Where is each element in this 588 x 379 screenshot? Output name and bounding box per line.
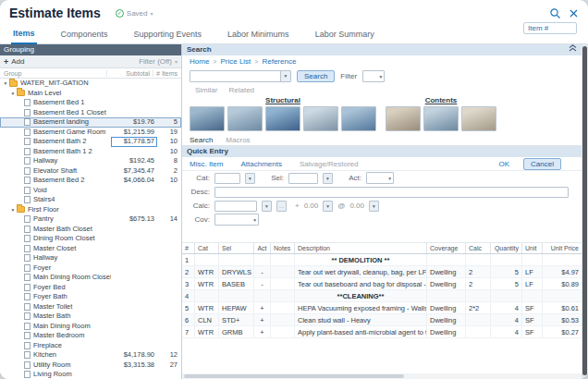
related-link[interactable]: Related	[228, 86, 254, 94]
tree-row[interactable]: Basement Bed 2$4,066.0410	[0, 176, 181, 186]
column-header-cat[interactable]: Cat	[195, 243, 219, 253]
room-photo-thumbnail[interactable]	[386, 106, 421, 131]
vertical-scrollbar[interactable]	[582, 44, 588, 379]
tree-row[interactable]: Foyer	[0, 263, 181, 274]
quantity-2-stepper[interactable]: ▾	[369, 201, 379, 212]
coverage-dropdown[interactable]: ▾	[214, 214, 259, 226]
cat-input[interactable]	[214, 173, 240, 184]
ok-button[interactable]: OK	[499, 160, 510, 168]
tree-row[interactable]: Kitchen$4,178.9012	[0, 350, 181, 361]
room-photo-thumbnail[interactable]	[461, 106, 496, 131]
tree-row[interactable]: Master Bath	[0, 312, 181, 322]
expand-arrow-icon[interactable]: ▾	[9, 89, 17, 99]
search-icon[interactable]	[549, 7, 561, 19]
add-group-button[interactable]: Add	[11, 57, 24, 66]
column-header-unit-price[interactable]: Unit Price	[543, 243, 582, 253]
tree-row[interactable]: Foyer Bath	[0, 292, 181, 302]
chevron-down-icon[interactable]: ▾	[280, 71, 290, 81]
misc-item-link[interactable]: Misc. Item	[190, 160, 223, 168]
table-row[interactable]: 7WTRGRMB+Apply plant-based anti-microbia…	[182, 326, 582, 338]
table-row[interactable]: 2WTRDRYWLS-Tear out wet drywall, cleanup…	[182, 266, 582, 278]
category-label[interactable]: Structural	[190, 95, 376, 106]
similar-link[interactable]: Similar	[195, 86, 217, 94]
column-header-items[interactable]: # Items	[153, 70, 181, 77]
tree-row[interactable]: Basement Game Room$1,215.9919	[0, 128, 181, 138]
tree-row[interactable]: Basement Bath 1 210	[0, 147, 181, 157]
column-header-sel[interactable]: Sel	[219, 243, 254, 253]
search-combobox[interactable]: ▾	[190, 70, 291, 82]
room-photo-thumbnail[interactable]	[341, 106, 376, 131]
sel-dropdown-icon[interactable]: ▾	[323, 173, 333, 184]
table-row[interactable]: 5WTRHEPAW+HEPA Vacuuming exposed framing…	[182, 302, 582, 314]
category-label[interactable]: Contents	[386, 95, 496, 106]
tree-row[interactable]: Utility Room$3,315.3827	[0, 361, 181, 371]
tree-row[interactable]: Stairs4	[0, 195, 181, 205]
column-header-group[interactable]: Group	[0, 70, 107, 77]
tree-row[interactable]: Master Bedroom	[0, 331, 181, 341]
tree-row[interactable]: Living Room	[0, 370, 181, 379]
column-header-unit[interactable]: Unit	[522, 243, 543, 253]
tree-row[interactable]: ▾Main Level	[0, 89, 181, 99]
cat-dropdown-icon[interactable]: ▾	[245, 173, 255, 184]
search-input[interactable]	[190, 71, 280, 81]
item-number-input[interactable]	[523, 22, 577, 34]
filter-toggle[interactable]: Filter (Off) ▾	[139, 57, 178, 66]
table-row[interactable]: 1** DEMOLITION **	[182, 254, 582, 266]
column-header-coverage[interactable]: Coverage	[427, 243, 466, 253]
column-header-description[interactable]: Description	[295, 243, 427, 253]
column-header-subtotal[interactable]: Subtotal	[107, 70, 153, 77]
tab-labor-minimums[interactable]: Labor Minimums	[226, 30, 291, 43]
subtab-search[interactable]: Search	[190, 136, 213, 144]
tree-row[interactable]: Elevator Shaft$7,345.472	[0, 166, 181, 177]
expand-arrow-icon[interactable]: ▾	[9, 205, 17, 215]
column-header-quantity[interactable]: Quantity	[491, 243, 522, 253]
expand-arrow-icon[interactable]: ▾	[2, 79, 9, 89]
room-photo-thumbnail[interactable]	[227, 106, 263, 131]
breadcrumb-home[interactable]: Home	[190, 57, 209, 66]
tree-row[interactable]: Hallway	[0, 253, 181, 263]
filter-dropdown[interactable]: ▾	[362, 70, 385, 82]
room-photo-thumbnail[interactable]	[265, 106, 300, 131]
desc-input[interactable]	[214, 187, 569, 198]
column-header--[interactable]: #	[182, 243, 195, 253]
column-header-act[interactable]: Act	[254, 243, 271, 253]
tree-row[interactable]: ▾WATER_MIT-GATION	[0, 79, 181, 89]
tree-row[interactable]: Basement landing$19.765	[0, 117, 181, 128]
search-button[interactable]: Search	[297, 70, 335, 82]
tree-row[interactable]: Hallway$192.458	[0, 156, 181, 166]
quantity-2-value[interactable]: 0.00	[349, 202, 364, 210]
tree-row[interactable]: Dining Room Closet	[0, 234, 181, 244]
horizontal-scrollbar-thumb[interactable]	[184, 374, 404, 378]
act-dropdown[interactable]: ▾	[366, 172, 394, 184]
calc-input[interactable]	[214, 201, 257, 212]
column-header-calc[interactable]: Calc	[466, 243, 491, 253]
attachments-link[interactable]: Attachments	[240, 160, 281, 168]
tab-components[interactable]: Components	[59, 30, 110, 43]
table-row[interactable]: 3WTRBASEB-Tear out baseboard and bag for…	[182, 278, 582, 290]
tree-row[interactable]: Void	[0, 186, 181, 196]
calc-dropdown-icon[interactable]: ▾	[262, 201, 272, 212]
cancel-button[interactable]: Cancel	[523, 158, 561, 170]
salvage-restored-link[interactable]: Salvage/Restored	[300, 160, 359, 168]
sel-input[interactable]	[288, 173, 318, 184]
tree-row[interactable]: Master Closet	[0, 244, 181, 254]
quantity-1-value[interactable]: 0.00	[304, 202, 319, 210]
tree-row[interactable]: Master Bath Closet	[0, 225, 181, 235]
table-row[interactable]: 6CLNSTD++Clean stud wall - HeavyDwelling…	[182, 314, 582, 326]
tab-items[interactable]: Items	[11, 29, 37, 44]
tree-row[interactable]: Fireplace	[0, 341, 181, 351]
tree-row[interactable]: Master Toilet	[0, 302, 181, 312]
breadcrumb-reference[interactable]: Reference	[262, 57, 296, 66]
room-photo-thumbnail[interactable]	[303, 106, 338, 131]
tree-row[interactable]: Foyer Bed	[0, 283, 181, 293]
table-row[interactable]: 4**CLEANING**	[182, 290, 582, 302]
close-icon[interactable]	[569, 8, 579, 18]
tree-row[interactable]: Basement Bed 1 Closet	[0, 108, 181, 118]
tree-row[interactable]: Basement Bath 2$1,778.5710	[0, 137, 181, 147]
tree-row[interactable]: Main Dining Room Closet	[0, 273, 181, 283]
vertical-scrollbar-thumb[interactable]	[582, 46, 587, 375]
quantity-1-stepper[interactable]: ▾	[323, 201, 333, 212]
room-photo-thumbnail[interactable]	[423, 106, 459, 131]
tree-row[interactable]: Main Dining Room	[0, 322, 181, 332]
tab-labor-summary[interactable]: Labor Summary	[313, 30, 376, 43]
